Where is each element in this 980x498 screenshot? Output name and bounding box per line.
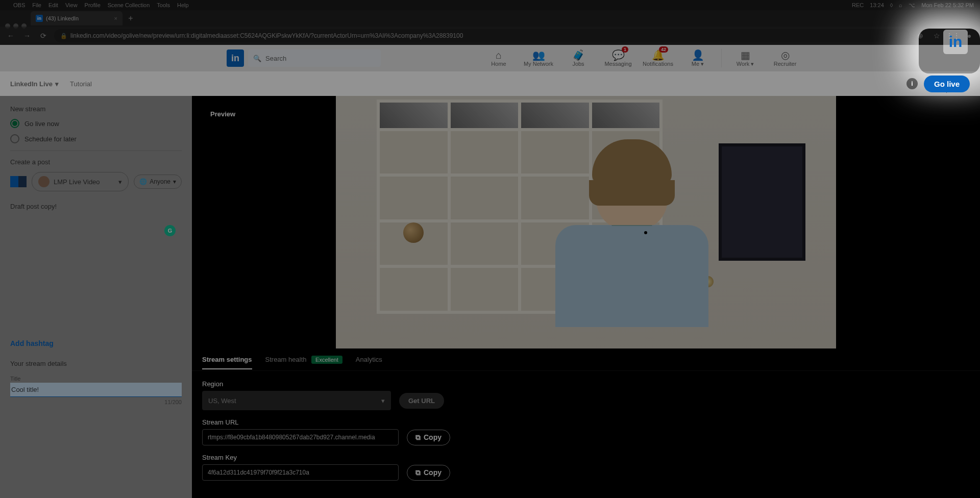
region-label: Region — [202, 380, 970, 388]
notifications-badge: 42 — [659, 46, 668, 53]
tab-title: (43) LinkedIn — [46, 15, 79, 21]
radio-unselected-icon — [10, 134, 19, 143]
messaging-badge: 1 — [622, 46, 628, 53]
status-timer: 13:24 — [870, 2, 884, 8]
forward-button[interactable]: → — [21, 30, 33, 41]
info-icon[interactable]: i — [906, 78, 918, 89]
grammarly-icon[interactable]: G — [164, 225, 176, 236]
menu-tools[interactable]: Tools — [157, 2, 170, 8]
nav-work[interactable]: ▦Work ▾ — [726, 47, 765, 69]
linkedin-logo[interactable]: in — [227, 49, 244, 67]
chevron-down-icon: ▾ — [55, 80, 59, 88]
video-preview: Preview — [192, 96, 980, 348]
linkedin-favicon-icon: in — [36, 15, 43, 22]
corner-linkedin-icon: in — [943, 30, 968, 54]
nav-recruiter[interactable]: ◎Recruiter — [766, 47, 804, 69]
stream-details-heading: Your stream details — [10, 360, 182, 367]
health-badge: Excellent — [311, 356, 342, 364]
menu-view[interactable]: View — [65, 2, 78, 8]
post-draft-text[interactable]: Draft post copy! — [10, 203, 182, 210]
copy-icon: ⧉ — [415, 468, 421, 477]
browser-tab[interactable]: in (43) LinkedIn × — [31, 11, 122, 26]
new-stream-heading: New stream — [10, 105, 182, 113]
menu-help[interactable]: Help — [177, 2, 189, 8]
control-center-icon[interactable]: ⌥ — [909, 2, 915, 9]
visibility-select[interactable]: 🌐 Anyone ▾ — [134, 175, 182, 189]
lock-icon: 🔒 — [60, 33, 67, 39]
chevron-down-icon: ▾ — [173, 178, 176, 185]
nav-notifications[interactable]: 🔔42Notifications — [639, 47, 677, 69]
new-tab-button[interactable]: + — [125, 12, 137, 24]
divider — [10, 151, 182, 151]
linkedin-live-dropdown[interactable]: LinkedIn Live▾ — [10, 80, 59, 88]
region-select[interactable]: US, West ▾ — [202, 391, 391, 410]
target-icon: ◎ — [781, 49, 790, 61]
tab-close-icon[interactable]: × — [114, 15, 117, 21]
tab-analytics[interactable]: Analytics — [356, 350, 382, 369]
chevron-down-icon: ▾ — [118, 178, 122, 186]
stream-settings-panel: Region US, West ▾ Get URL Stream URL rtm… — [192, 371, 980, 498]
browser-tab-strip: in (43) LinkedIn × + — [0, 10, 980, 27]
left-sidebar: New stream Go live now Schedule for late… — [0, 96, 192, 498]
search-placeholder: Search — [265, 55, 286, 62]
reload-button[interactable]: ⟳ — [38, 30, 49, 41]
search-icon: 🔍 — [253, 55, 261, 62]
mac-menubar: OBS File Edit View Profile Scene Collect… — [0, 0, 980, 10]
back-button[interactable]: ← — [5, 30, 16, 41]
stream-key-field[interactable]: 4f6a12d311dc41979f70f9f21a3c710a — [202, 464, 399, 481]
create-post-heading: Create a post — [10, 158, 182, 166]
go-live-button[interactable]: Go live — [924, 76, 970, 92]
post-author-select[interactable]: LMP Live Video ▾ — [32, 172, 129, 191]
main-preview-panel: Preview Stream settings — [192, 96, 980, 498]
lapel-mic-icon — [644, 231, 647, 234]
url-field[interactable]: 🔒 linkedin.com/video/golive/new/preview/… — [54, 29, 910, 42]
url-text: linkedin.com/video/golive/new/preview/ur… — [70, 32, 463, 39]
radio-selected-icon — [10, 119, 19, 128]
copy-key-button[interactable]: ⧉Copy — [407, 465, 450, 481]
wifi-icon[interactable]: ◊ — [890, 2, 893, 8]
menu-app[interactable]: OBS — [13, 2, 25, 8]
title-char-count: 11/200 — [10, 399, 182, 405]
briefcase-icon: 🧳 — [572, 49, 585, 61]
nav-me[interactable]: 👤Me ▾ — [678, 47, 717, 69]
menu-profile[interactable]: Profile — [85, 2, 101, 8]
stream-url-field[interactable]: rtmps://f8e09cbfa1b84809805267dab27bd927… — [202, 429, 399, 445]
globe-icon — [403, 222, 424, 243]
tab-stream-health[interactable]: Stream health Excellent — [265, 350, 342, 369]
globe-icon: 🌐 — [139, 178, 147, 185]
preview-label: Preview — [201, 103, 244, 125]
title-label: Title — [10, 376, 182, 382]
get-url-button[interactable]: Get URL — [399, 393, 444, 409]
menu-scene[interactable]: Scene Collection — [108, 2, 150, 8]
copy-icon: ⧉ — [415, 433, 421, 442]
add-hashtag-button[interactable]: Add hashtag — [10, 339, 182, 347]
live-subbar: LinkedIn Live▾ Tutorial i Go live ➤ — [0, 71, 980, 96]
status-datetime: Mon Feb 22 5:32 PM — [921, 2, 974, 8]
browser-address-bar: ← → ⟳ 🔒 linkedin.com/video/golive/new/pr… — [0, 27, 980, 45]
option-go-live-now[interactable]: Go live now — [10, 119, 182, 128]
nav-home[interactable]: ⌂Home — [479, 47, 518, 69]
home-icon: ⌂ — [496, 49, 502, 61]
nav-network[interactable]: 👥My Network — [519, 47, 558, 69]
copy-url-button[interactable]: ⧉Copy — [407, 430, 450, 445]
stream-key-label: Stream Key — [202, 454, 970, 461]
nav-divider — [721, 49, 722, 67]
bookmark-icon[interactable]: ☆ — [931, 30, 942, 41]
option-schedule-later[interactable]: Schedule for later — [10, 134, 182, 143]
menu-file[interactable]: File — [32, 2, 41, 8]
title-input[interactable] — [10, 383, 182, 397]
network-icon: 👥 — [532, 49, 545, 61]
tutorial-link[interactable]: Tutorial — [70, 80, 92, 88]
nav-jobs[interactable]: 🧳Jobs — [559, 47, 598, 69]
avatar-icon: 👤 — [692, 49, 704, 61]
search-icon[interactable]: ⌕ — [899, 2, 902, 8]
linkedin-topnav: in 🔍 Search ⌂Home 👥My Network 🧳Jobs 💬1Me… — [0, 45, 980, 71]
presenter — [550, 143, 714, 347]
zoom-icon[interactable]: ⊕ — [915, 30, 926, 41]
grid-icon: ▦ — [741, 49, 750, 61]
menu-edit[interactable]: Edit — [48, 2, 58, 8]
wall-art — [719, 143, 805, 261]
tab-stream-settings[interactable]: Stream settings — [202, 350, 252, 369]
search-input[interactable]: 🔍 Search — [248, 49, 381, 67]
nav-messaging[interactable]: 💬1Messaging — [599, 47, 638, 69]
